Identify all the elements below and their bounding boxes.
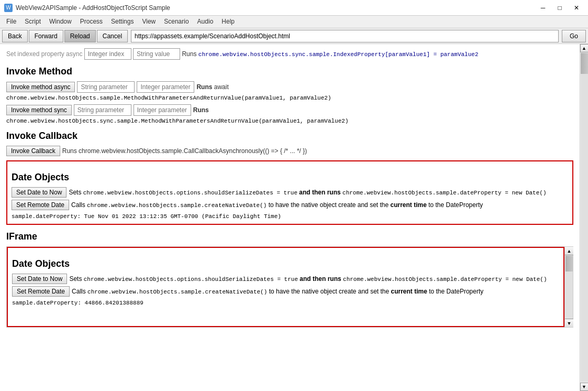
iframe-title: IFrame xyxy=(6,231,573,242)
set-remote-row: Set Remote Date Calls chrome.webview.hos… xyxy=(12,200,568,210)
menu-audio[interactable]: Audio xyxy=(193,17,218,27)
invoke-callback-desc: Runs chrome.webview.hostObjects.sample.C… xyxy=(62,147,307,156)
invoke-callback-row: Invoke Callback Runs chrome.webview.host… xyxy=(6,146,573,156)
set-date-code2: chrome.webview.hostObjects.sample.datePr… xyxy=(342,190,546,196)
iframe-set-remote-end: to the DateProperty xyxy=(427,288,483,295)
set-remote-date-button[interactable]: Set Remote Date xyxy=(12,200,69,210)
url-input[interactable] xyxy=(131,30,559,42)
invoke-callback-section: Invoke Callback Invoke Callback Runs chr… xyxy=(6,131,573,156)
set-remote-description: Calls chrome.webview.hostObjects.sample.… xyxy=(71,200,483,210)
go-button[interactable]: Go xyxy=(562,30,586,42)
titlebar: W WebView2APISample - AddHostObjectToScr… xyxy=(0,0,588,16)
invoke-method-section: Invoke Method Invoke method async Runs a… xyxy=(6,66,573,124)
invoke-method-sync-row: Invoke method sync Runs xyxy=(6,104,573,116)
invoke-method-async-row: Invoke method async Runs await xyxy=(6,81,573,93)
set-remote-mid: to have the native object create and set… xyxy=(267,201,390,209)
iframe-set-remote-row: Set Remote Date Calls chrome.webview.hos… xyxy=(12,286,559,297)
iframe-date-objects-title: Date Objects xyxy=(12,258,559,269)
set-remote-code: chrome.webview.hostObjects.sample.create… xyxy=(87,202,267,209)
sync-integer-param[interactable] xyxy=(134,104,191,116)
iframe-date-property-value: sample.dateProperty: 44866.84201388889 xyxy=(12,300,559,306)
iframe-set-date-bold: and then runs xyxy=(298,275,343,283)
date-objects-title: Date Objects xyxy=(12,172,568,183)
async-runs-label: Runs await xyxy=(196,83,228,92)
menu-scenario[interactable]: Scenario xyxy=(160,17,193,27)
menubar: File Script Window Process Settings View… xyxy=(0,16,588,28)
set-date-button[interactable]: Set Date to Now xyxy=(12,187,66,198)
invoke-method-async-button[interactable]: Invoke method async xyxy=(6,82,75,92)
content-area: Set indexed property async Runs chrome.w… xyxy=(0,44,580,391)
iframe-set-remote-description: Calls chrome.webview.hostObjects.sample.… xyxy=(72,287,483,297)
close-button[interactable]: ✕ xyxy=(569,3,584,13)
scroll-up-button[interactable]: ▲ xyxy=(580,44,589,52)
indexed-property-value-input[interactable] xyxy=(133,48,180,60)
iframe-scroll-up[interactable]: ▲ xyxy=(565,247,573,255)
iframe-scroll-down[interactable]: ▼ xyxy=(565,319,573,327)
menu-process[interactable]: Process xyxy=(76,17,107,27)
menu-settings[interactable]: Settings xyxy=(107,17,138,27)
sync-runs-label: Runs xyxy=(193,106,209,115)
set-date-description: Sets chrome.webview.hostObjects.options.… xyxy=(69,188,546,198)
window-controls: ─ □ ✕ xyxy=(536,3,584,13)
iframe-set-remote-bold: current time xyxy=(391,288,427,295)
invoke-method-sync-code: chrome.webview.hostObjects.sync.sample.M… xyxy=(6,118,573,124)
iframe-set-date-code2: chrome.webview.hostObjects.sample.datePr… xyxy=(343,276,547,283)
invoke-method-async-code: chrome.webview.hostObjects.sample.Method… xyxy=(6,95,573,101)
set-date-row: Set Date to Now Sets chrome.webview.host… xyxy=(12,187,568,198)
invoke-callback-title: Invoke Callback xyxy=(6,131,573,142)
date-objects-section: Date Objects Set Date to Now Sets chrome… xyxy=(6,160,573,225)
iframe-set-date-button[interactable]: Set Date to Now xyxy=(12,274,67,284)
set-date-bold: and then runs xyxy=(297,189,342,196)
menu-window[interactable]: Window xyxy=(45,17,76,27)
invoke-callback-button[interactable]: Invoke Callback xyxy=(6,146,60,156)
scroll-thumb[interactable] xyxy=(581,53,588,74)
invoke-method-title: Invoke Method xyxy=(6,66,573,77)
set-remote-end: to the DateProperty xyxy=(427,201,483,209)
iframe-set-date-description: Sets chrome.webview.hostObjects.options.… xyxy=(69,274,547,284)
iframe-scroll-track xyxy=(565,255,573,319)
top-truncated-text: Set indexed property async Runs chrome.w… xyxy=(6,48,573,60)
invoke-method-sync-button[interactable]: Invoke method sync xyxy=(6,105,72,115)
set-remote-bold: current time xyxy=(390,201,426,209)
set-date-code1: chrome.webview.hostObjects.options.shoul… xyxy=(83,190,297,196)
iframe-set-date-row: Set Date to Now Sets chrome.webview.host… xyxy=(12,274,559,284)
main-scrollbar: ▲ ▼ xyxy=(580,44,588,391)
iframe-date-objects-section: Date Objects Set Date to Now Sets chrome… xyxy=(7,247,564,327)
iframe-scroll-thumb[interactable] xyxy=(565,256,573,271)
iframe-scrollbar: ▲ ▼ xyxy=(564,247,573,327)
indexed-property-index-input[interactable] xyxy=(84,48,131,60)
menu-view[interactable]: View xyxy=(138,17,160,27)
main-container: Set indexed property async Runs chrome.w… xyxy=(0,44,588,391)
minimize-button[interactable]: ─ xyxy=(536,3,550,13)
iframe-set-date-code1: chrome.webview.hostObjects.options.shoul… xyxy=(84,276,298,283)
iframe-set-remote-code: chrome.webview.hostObjects.sample.create… xyxy=(87,289,267,295)
iframe-section: IFrame Date Objects Set Date to Now Sets… xyxy=(6,231,573,328)
menu-help[interactable]: Help xyxy=(217,17,239,27)
reload-button[interactable]: Reload xyxy=(64,30,96,42)
toolbar: Back Forward Reload Cancel Go xyxy=(0,28,588,44)
iframe-container: Date Objects Set Date to Now Sets chrome… xyxy=(6,246,573,328)
menu-file[interactable]: File xyxy=(2,17,20,27)
date-property-value: sample.dateProperty: Tue Nov 01 2022 13:… xyxy=(12,213,568,220)
forward-button[interactable]: Forward xyxy=(29,30,63,42)
scroll-track xyxy=(581,53,588,382)
window-title: WebView2APISample - AddHostObjectToScrip… xyxy=(16,4,536,12)
cancel-button[interactable]: Cancel xyxy=(97,30,128,42)
iframe-set-remote-mid: to have the native object create and set… xyxy=(267,288,391,295)
iframe-set-remote-date-button[interactable]: Set Remote Date xyxy=(12,286,70,297)
menu-script[interactable]: Script xyxy=(20,17,45,27)
async-integer-param[interactable] xyxy=(137,81,194,93)
maximize-button[interactable]: □ xyxy=(552,3,567,13)
async-string-param[interactable] xyxy=(77,81,135,93)
back-button[interactable]: Back xyxy=(2,30,28,42)
scroll-down-button[interactable]: ▼ xyxy=(580,383,589,391)
sync-string-param[interactable] xyxy=(74,104,131,116)
app-icon: W xyxy=(4,4,13,12)
